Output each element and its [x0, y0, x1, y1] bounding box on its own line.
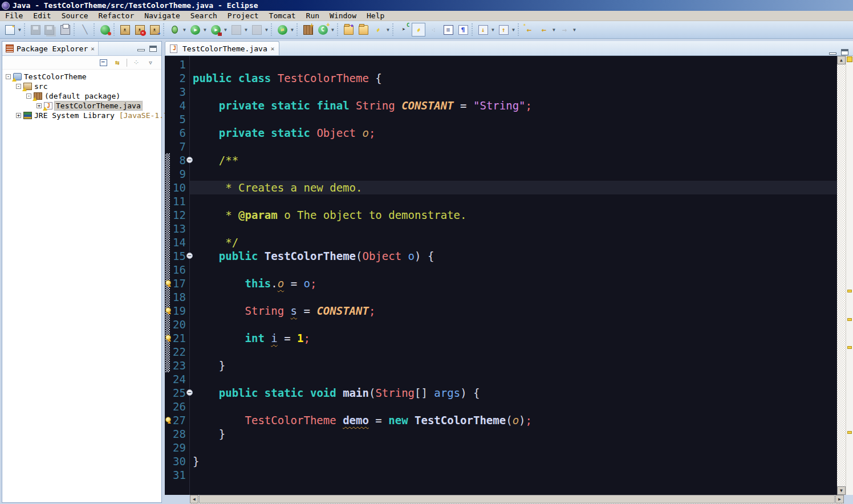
menu-window[interactable]: Window [324, 11, 361, 21]
menu-source[interactable]: Source [56, 11, 94, 21]
tab-testcolortheme-java[interactable]: TestColorTheme.java ✕ [165, 41, 279, 55]
menu-search[interactable]: Search [185, 11, 222, 21]
menu-file[interactable]: File [0, 11, 28, 21]
show-selected-element-only-button[interactable] [441, 23, 455, 36]
back-button[interactable] [537, 23, 551, 36]
refresh-sync-dropdown-icon[interactable]: ▼ [290, 27, 295, 32]
minimize-view-button[interactable] [137, 49, 145, 51]
previous-annotation-button[interactable] [497, 23, 510, 36]
menu-edit[interactable]: Edit [28, 11, 56, 21]
menu-run[interactable]: Run [301, 11, 324, 21]
tree-item-jre-system-library-[interactable]: +JRE System Library [JavaSE-1.7] [2, 111, 161, 120]
new-wizard-dropdown-icon[interactable]: ▼ [17, 27, 22, 32]
tree-item--default-package-[interactable]: -(default package) [2, 91, 161, 101]
overview-ruler[interactable] [846, 56, 853, 495]
scroll-left-button[interactable]: ◀ [190, 495, 198, 503]
tab-package-explorer[interactable]: Package Explorer ✕ [2, 42, 99, 55]
run-external-tools-dropdown-icon[interactable]: ▼ [223, 27, 228, 32]
fold-collapse-icon[interactable]: − [186, 389, 193, 396]
previous-annotation-dropdown-icon[interactable]: ▼ [511, 27, 516, 32]
menu-navigate[interactable]: Navigate [139, 11, 185, 21]
forward-dropdown-icon[interactable]: ▼ [572, 27, 577, 32]
show-paws-button[interactable] [426, 23, 440, 36]
open-type-hierarchy-button[interactable] [397, 23, 411, 36]
menu-help[interactable]: Help [361, 11, 389, 21]
new-class-button[interactable] [316, 23, 330, 36]
horizontal-scrollbar-thumb[interactable] [199, 495, 835, 503]
import-folder-button[interactable] [342, 23, 355, 36]
view-menu-button[interactable] [145, 58, 156, 67]
collapse-icon[interactable]: - [6, 74, 11, 79]
tomcat-stop-button[interactable] [133, 23, 147, 36]
menu-tomcat[interactable]: Tomcat [264, 11, 301, 21]
coverage-button[interactable] [250, 23, 263, 36]
warning-lightbulb-icon[interactable] [165, 417, 170, 424]
overview-warning-marker[interactable] [847, 318, 852, 321]
overview-warning-header[interactable] [847, 56, 852, 62]
minimize-editor-button[interactable] [829, 52, 836, 55]
export-folder-button[interactable] [356, 23, 370, 36]
collapse-icon[interactable]: - [16, 84, 21, 89]
profile-button[interactable] [229, 23, 243, 36]
tomcat-start-button[interactable] [118, 23, 132, 36]
tree-item-src[interactable]: -src [2, 82, 161, 91]
fold-collapse-icon[interactable]: − [186, 253, 193, 259]
expand-icon[interactable]: + [16, 113, 21, 118]
horizontal-scrollbar[interactable]: ◀ ▶ [190, 495, 844, 504]
close-icon[interactable]: ✕ [91, 45, 95, 52]
overview-warning-marker[interactable] [847, 290, 852, 292]
warning-lightbulb-icon[interactable] [165, 307, 170, 314]
new-class-dropdown-icon[interactable]: ▼ [330, 27, 335, 32]
highlight-pen-button[interactable] [371, 23, 385, 36]
debug-button[interactable] [168, 23, 181, 36]
line-number-ruler[interactable]: 1234567891011121314151617181920212223242… [170, 56, 189, 495]
show-whitespace-characters-button[interactable] [456, 23, 470, 36]
scroll-up-button[interactable]: ▲ [837, 56, 846, 64]
back-dropdown-icon[interactable]: ▼ [551, 27, 557, 32]
print-button[interactable] [58, 23, 72, 36]
maximize-editor-button[interactable] [841, 49, 848, 55]
profile-dropdown-icon[interactable]: ▼ [243, 27, 249, 32]
coverage-dropdown-icon[interactable]: ▼ [264, 27, 269, 32]
save-all-button[interactable] [43, 23, 57, 36]
menu-refactor[interactable]: Refactor [94, 11, 140, 21]
new-wizard-button[interactable] [3, 23, 17, 36]
highlight-pen-dropdown-icon[interactable]: ▼ [385, 27, 391, 32]
warning-lightbulb-icon[interactable] [165, 335, 170, 342]
run-external-tools-button[interactable] [209, 23, 222, 36]
vertical-scrollbar[interactable]: ▲ ▼ [837, 56, 846, 495]
scroll-right-button[interactable]: ▶ [835, 495, 844, 503]
save-button[interactable] [29, 23, 42, 36]
run-dropdown-icon[interactable]: ▼ [202, 27, 208, 32]
forward-button[interactable] [558, 23, 571, 36]
fold-collapse-icon[interactable]: − [186, 157, 193, 163]
overview-warning-marker[interactable] [847, 431, 852, 434]
debug-dropdown-icon[interactable]: ▼ [182, 27, 187, 32]
close-icon[interactable]: ✕ [271, 45, 275, 52]
menu-project[interactable]: Project [222, 11, 264, 21]
maximize-view-button[interactable] [149, 46, 157, 52]
tree-item-testcolortheme-java[interactable]: +TestColorTheme.java [2, 101, 161, 111]
focus-button[interactable] [131, 58, 141, 67]
new-java-project-button[interactable] [301, 23, 315, 36]
tomcat-restart-button[interactable] [148, 23, 161, 36]
next-annotation-dropdown-icon[interactable]: ▼ [490, 27, 495, 32]
skip-all-breakpoints-button[interactable] [78, 23, 92, 36]
overview-warning-marker[interactable] [847, 346, 852, 349]
link-with-editor-button[interactable] [112, 58, 123, 67]
scroll-down-button[interactable]: ▼ [837, 486, 846, 495]
tree-item-testcolortheme[interactable]: -TestColorTheme [2, 72, 161, 82]
next-annotation-button[interactable] [476, 23, 490, 36]
collapse-icon[interactable]: - [26, 94, 31, 99]
run-button[interactable] [188, 23, 202, 36]
editor-body[interactable]: 1234567891011121314151617181920212223242… [165, 56, 853, 495]
update-application-button[interactable] [98, 23, 112, 36]
warning-lightbulb-icon[interactable] [165, 280, 170, 287]
code-text-area[interactable]: public class TestColorTheme { private st… [189, 56, 837, 495]
expand-icon[interactable]: + [36, 103, 42, 108]
mark-occurrences-button[interactable] [412, 23, 425, 36]
collapse-all-button[interactable] [98, 58, 108, 67]
refresh-sync-button[interactable] [275, 23, 289, 36]
last-edit-location-button[interactable] [522, 23, 536, 36]
annotation-ruler[interactable] [165, 56, 170, 495]
